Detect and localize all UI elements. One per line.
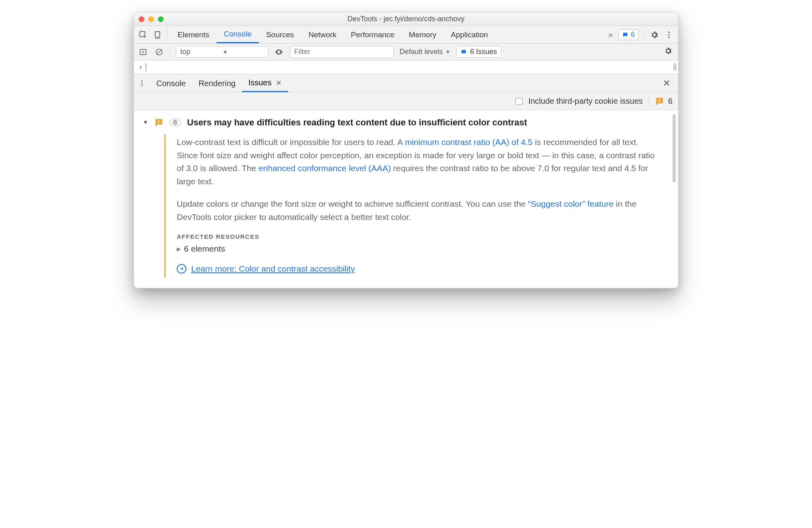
link-suggest-color[interactable]: “Suggest color” feature (528, 199, 614, 208)
issue-title: Users may have difficulties reading text… (187, 117, 527, 128)
arrow-right-circle-icon (177, 264, 186, 274)
scrollbar-thumb[interactable] (673, 63, 677, 71)
issues-pill-label: 6 Issues (470, 48, 497, 56)
live-expression-icon[interactable] (274, 47, 284, 57)
clear-console-icon[interactable] (154, 47, 164, 57)
svg-marker-7 (142, 51, 144, 53)
text-caret (146, 63, 146, 71)
warning-icon (654, 97, 664, 106)
svg-point-5 (668, 36, 670, 38)
console-settings-icon[interactable] (664, 46, 674, 57)
drawer-tab-bar: Console Rendering Issues ✕ ✕ (134, 74, 678, 93)
tab-network[interactable]: Network (301, 26, 344, 43)
toggle-sidebar-icon[interactable] (138, 47, 148, 57)
window-controls (139, 16, 164, 22)
link-contrast-aa[interactable]: minimum contrast ratio (AA) of 4.5 (405, 137, 533, 147)
drawer-tab-issues-label: Issues (248, 78, 272, 87)
svg-point-10 (141, 81, 142, 82)
issue-body: Low-contrast text is difficult or imposs… (164, 134, 669, 278)
include-third-party-label: Include third-party cookie issues (528, 97, 643, 106)
log-levels-select[interactable]: Default levels ▼ (400, 48, 450, 56)
console-toolbar: top ▼ Default levels ▼ 6 Issues (134, 44, 678, 60)
svg-point-3 (668, 31, 670, 33)
more-tabs-icon[interactable]: » (608, 30, 613, 39)
svg-rect-15 (158, 120, 159, 123)
zoom-window-button[interactable] (158, 16, 164, 22)
inspect-icon[interactable] (139, 30, 147, 39)
svg-rect-14 (659, 102, 660, 103)
affected-elements-row[interactable]: ▶ 6 elements (177, 244, 659, 254)
svg-point-4 (668, 34, 670, 36)
close-window-button[interactable] (139, 16, 144, 22)
minimize-window-button[interactable] (148, 16, 154, 22)
tab-application[interactable]: Application (444, 26, 495, 43)
svg-point-12 (141, 85, 142, 86)
filter-input[interactable] (290, 46, 394, 58)
settings-gear-icon[interactable] (650, 30, 659, 39)
issues-toolbar: Include third-party cookie issues 6 (134, 93, 678, 110)
context-select[interactable]: top ▼ (176, 46, 268, 58)
issue-paragraph-1: Low-contrast text is difficult or imposs… (177, 136, 659, 188)
drawer-more-icon[interactable] (138, 75, 150, 92)
console-prompt[interactable]: › (134, 60, 678, 74)
context-value: top (180, 48, 190, 56)
issues-badge[interactable]: 6 (618, 29, 638, 40)
svg-rect-16 (158, 123, 159, 124)
issues-total-count: 6 (668, 97, 673, 106)
issue-paragraph-2: Update colors or change the font size or… (177, 197, 659, 224)
expand-toggle-icon[interactable]: ▼ (143, 119, 148, 125)
issues-total: 6 (648, 97, 673, 106)
main-tab-bar: Elements Console Sources Network Perform… (134, 26, 678, 44)
tab-performance[interactable]: Performance (343, 26, 402, 43)
drawer-tab-console[interactable]: Console (150, 75, 192, 92)
svg-line-9 (157, 50, 161, 54)
issues-badge-count: 6 (631, 30, 635, 39)
issue-count-pill: 6 (169, 118, 182, 127)
devtools-window: DevTools - jec.fyi/demo/cds-anchovy Elem… (133, 12, 679, 288)
svg-rect-13 (659, 99, 660, 101)
issue-header[interactable]: ▼ 6 Users may have difficulties reading … (143, 117, 669, 128)
close-tab-icon[interactable]: ✕ (276, 79, 282, 87)
tab-elements[interactable]: Elements (170, 26, 216, 43)
tab-memory[interactable]: Memory (402, 26, 444, 43)
drawer-tab-rendering[interactable]: Rendering (192, 75, 242, 92)
affected-elements-label: 6 elements (184, 244, 225, 254)
tab-sources[interactable]: Sources (259, 26, 301, 43)
tab-console[interactable]: Console (216, 26, 259, 43)
include-third-party-checkbox[interactable] (515, 98, 523, 105)
dropdown-icon: ▼ (222, 49, 228, 55)
affected-resources-heading: AFFECTED RESOURCES (177, 233, 659, 240)
warning-icon (154, 118, 164, 127)
link-contrast-aaa[interactable]: enhanced conformance level (AAA) (259, 163, 391, 173)
titlebar: DevTools - jec.fyi/demo/cds-anchovy (134, 12, 678, 26)
svg-point-11 (141, 83, 142, 84)
prompt-chevron-icon: › (139, 63, 142, 71)
dropdown-icon: ▼ (445, 49, 450, 55)
window-title: DevTools - jec.fyi/demo/cds-anchovy (347, 15, 465, 23)
issue-panel: ▼ 6 Users may have difficulties reading … (134, 110, 678, 288)
issues-pill[interactable]: 6 Issues (456, 46, 501, 58)
scrollbar-thumb[interactable] (673, 114, 676, 182)
log-levels-label: Default levels (400, 48, 443, 56)
close-drawer-icon[interactable]: ✕ (659, 75, 674, 92)
more-menu-icon[interactable] (665, 30, 673, 39)
learn-more-row: Learn more: Color and contrast accessibi… (177, 264, 659, 274)
learn-more-link[interactable]: Learn more: Color and contrast accessibi… (191, 264, 355, 274)
expand-icon: ▶ (177, 246, 181, 252)
device-toggle-icon[interactable] (153, 30, 162, 39)
drawer-tab-issues[interactable]: Issues ✕ (242, 75, 288, 92)
